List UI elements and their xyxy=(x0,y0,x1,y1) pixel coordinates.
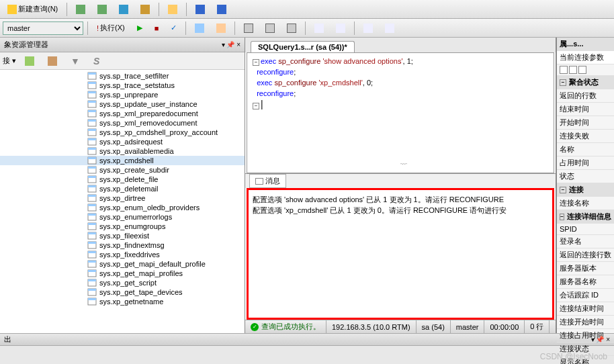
parse-icon[interactable]: ✓ xyxy=(166,21,181,34)
svg-rect-3 xyxy=(88,82,96,84)
collapse-icon[interactable]: − xyxy=(560,79,566,86)
property-row[interactable]: 名称 xyxy=(557,143,614,156)
tree-item[interactable]: sys.sp_unprepare xyxy=(0,90,245,99)
props-icon[interactable] xyxy=(578,66,586,74)
property-row[interactable]: 连接名称 xyxy=(557,197,614,210)
database-dropdown[interactable]: master xyxy=(3,21,83,35)
tab-sqlquery1[interactable]: SQLQuery1.s...r (sa (54))* xyxy=(251,41,355,52)
uncomment-icon[interactable] xyxy=(331,21,350,35)
property-row[interactable]: 服务器版本 xyxy=(557,262,614,275)
messages-pane[interactable]: 配置选项 'show advanced options' 已从 1 更改为 1。… xyxy=(247,188,554,320)
tree-item[interactable]: sys.xp_getnetname xyxy=(0,297,245,306)
property-row[interactable]: 返回的行数 xyxy=(557,89,614,103)
svg-rect-27 xyxy=(88,195,96,197)
results-file-icon[interactable] xyxy=(282,21,301,35)
tree-item[interactable]: sys.xp_enum_oledb_providers xyxy=(0,203,245,212)
results-text-icon[interactable] xyxy=(261,21,279,35)
status-db: master xyxy=(451,320,485,333)
tree-item-label: sys.xp_get_mapi_profiles xyxy=(99,269,183,277)
disconnect-icon[interactable] xyxy=(43,54,62,68)
tree-item[interactable]: sys.xp_delete_file xyxy=(0,175,245,184)
tree-item[interactable]: sys.xp_cmdshell xyxy=(0,156,245,165)
debug-icon[interactable]: ▶ xyxy=(132,21,147,34)
fold-icon[interactable]: − xyxy=(253,103,259,109)
tree-item[interactable]: sys.xp_deletemail xyxy=(0,184,245,193)
property-row[interactable]: 服务器名称 xyxy=(557,275,614,289)
status-time: 00:00:00 xyxy=(484,320,525,333)
tree-item[interactable]: sys.xp_enumgroups xyxy=(0,222,245,231)
results-grid-icon[interactable] xyxy=(239,21,258,35)
indent-icon[interactable] xyxy=(359,21,378,35)
tree-item[interactable]: sys.sp_xp_cmdshell_proxy_account xyxy=(0,128,245,137)
property-row[interactable]: 状态 xyxy=(557,170,614,183)
sort-icon[interactable] xyxy=(569,66,577,74)
toolbar-icon-5[interactable] xyxy=(190,21,209,35)
property-row[interactable]: 会话跟踪 ID xyxy=(557,289,614,302)
separator xyxy=(305,21,306,35)
property-row[interactable]: 连接失败 xyxy=(557,130,614,143)
property-section-header[interactable]: −连接详细信息 xyxy=(557,210,614,224)
comment-icon[interactable] xyxy=(310,21,328,35)
tree-item[interactable]: sys.xp_fileexist xyxy=(0,231,245,240)
collapse-icon[interactable]: − xyxy=(560,187,566,193)
tree-item[interactable]: sys.xp_create_subdir xyxy=(0,165,245,175)
tree-item[interactable]: sys.sp_update_user_instance xyxy=(0,99,245,109)
property-row[interactable]: 登录名 xyxy=(557,235,614,248)
toolbar-icon-4[interactable] xyxy=(136,3,155,16)
property-row[interactable]: SPID xyxy=(557,224,614,235)
stored-proc-icon xyxy=(87,119,97,127)
property-row[interactable]: 连接结束时间 xyxy=(557,302,614,316)
tree-item[interactable]: sys.sp_xml_preparedocument xyxy=(0,109,245,118)
tree-item[interactable]: sys.xp_dirtree xyxy=(0,193,245,203)
property-row[interactable]: 开始时间 xyxy=(557,116,614,130)
tab-messages[interactable]: 消息 xyxy=(249,174,286,188)
sql-editor[interactable]: −exec sp_configure 'show advanced option… xyxy=(247,52,554,173)
toolbar-icon-3[interactable] xyxy=(114,3,133,16)
save-icon[interactable] xyxy=(191,3,210,16)
save-all-icon[interactable] xyxy=(212,3,231,16)
property-row[interactable]: 连接开始时间 xyxy=(557,316,614,329)
tree-item[interactable]: sys.xp_availablemedia xyxy=(0,146,245,156)
toolbar-icon-2[interactable] xyxy=(93,3,112,16)
property-row[interactable]: 结束时间 xyxy=(557,103,614,116)
toolbar-icon-1[interactable] xyxy=(71,3,90,16)
connect-label[interactable]: 接 ▾ xyxy=(3,56,16,66)
tree-item[interactable]: sys.xp_enumerrorlogs xyxy=(0,212,245,222)
execute-button[interactable]: ! 执行(X) xyxy=(92,21,130,35)
refresh-icon[interactable]: S xyxy=(89,54,104,69)
new-query-button[interactable]: 新建查询(N) xyxy=(3,2,62,16)
fold-icon[interactable]: − xyxy=(253,59,259,66)
open-icon[interactable] xyxy=(163,3,182,16)
outdent-icon[interactable] xyxy=(380,21,399,35)
stored-proc-icon xyxy=(87,279,97,287)
properties-icons[interactable] xyxy=(557,64,614,76)
tree-item[interactable]: sys.sp_trace_setstatus xyxy=(0,81,245,90)
collapse-icon[interactable]: − xyxy=(560,214,564,220)
tree-item[interactable]: sys.xp_get_mapi_profiles xyxy=(0,269,245,278)
status-user: sa (54) xyxy=(416,320,451,333)
property-section-header[interactable]: −聚合状态 xyxy=(557,76,614,89)
stored-proc-icon xyxy=(87,138,97,146)
filter-icon[interactable]: ▼ xyxy=(66,54,85,69)
tree-item[interactable]: sys.xp_adsirequest xyxy=(0,137,245,146)
connect-icon[interactable] xyxy=(20,54,39,68)
property-section-header[interactable]: −连接 xyxy=(557,183,614,197)
toolbar-icon-6[interactable] xyxy=(212,21,230,35)
tree-item[interactable]: sys.xp_get_script xyxy=(0,278,245,287)
categorize-icon[interactable] xyxy=(560,66,568,74)
stored-proc-icon xyxy=(87,288,97,296)
property-row[interactable]: 占用时间 xyxy=(557,156,614,170)
tree-item[interactable]: sys.sp_trace_setfilter xyxy=(0,71,245,81)
object-tree[interactable]: sys.sp_trace_setfiltersys.sp_trace_setst… xyxy=(0,70,245,333)
svg-rect-9 xyxy=(88,110,96,112)
tree-item[interactable]: sys.xp_fixeddrives xyxy=(0,250,245,259)
tree-item[interactable]: sys.sp_xml_removedocument xyxy=(0,118,245,128)
property-row[interactable]: 返回的连接行数 xyxy=(557,248,614,262)
tree-item[interactable]: sys.xp_findnextmsg xyxy=(0,240,245,250)
stop-icon[interactable]: ■ xyxy=(150,22,164,34)
tree-item[interactable]: sys.xp_get_tape_devices xyxy=(0,287,245,297)
messages-tabstrip: 消息 xyxy=(245,173,556,188)
tree-item[interactable]: sys.xp_get_mapi_default_profile xyxy=(0,259,245,269)
success-icon: ✓ xyxy=(251,323,259,331)
separator xyxy=(87,21,88,35)
